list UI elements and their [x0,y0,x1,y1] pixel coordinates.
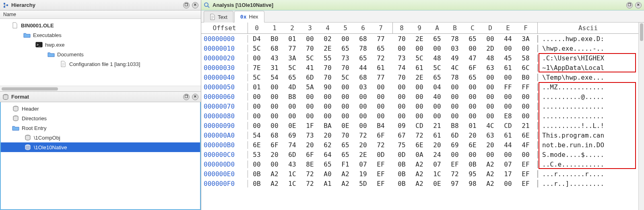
hex-byte: 00 [499,151,517,159]
hex-byte: A2 [336,170,354,178]
hex-body[interactable]: 00000000D4B0010002006877702E65786500443A… [201,34,638,188]
hex-byte: EF [517,180,535,187]
hierarchy-hscroll[interactable] [0,86,201,91]
hex-byte: 00 [411,93,428,101]
hierarchy-item[interactable]: Documents [0,49,201,59]
hex-row[interactable]: 000000405C54656D705C6877702E6578650000B0… [201,72,638,82]
hex-byte: 61 [428,132,446,139]
hex-row[interactable]: 000000307E315C417070446174615C4C6F63616C… [201,63,638,72]
hex-col-header: 7 [372,24,390,32]
hex-col-header: 2 [283,24,301,32]
hex-byte: 04 [428,83,446,91]
hex-row[interactable]: 000000B06E6F742062652072756E20696E20444F… [201,140,638,150]
hex-byte: 31 [266,64,283,72]
hex-ascii: \hwp.exe.....-.. [538,45,638,52]
doc-icon [210,14,215,20]
format-tree[interactable]: HeaderDirectoriesRoot Entry\1CompObj\1Ol… [1,102,200,209]
hex-row[interactable]: 0000007000000000000000000000000000000000… [201,101,638,111]
hex-byte: 48 [428,54,446,62]
tab-hex[interactable]: 0x Hex [234,11,264,23]
hex-row[interactable]: 0000009000000E1FBA0E00B409CD21B8014CCD21… [201,121,638,130]
format-item[interactable]: \1Ole10Native [1,142,200,152]
hex-byte: 73 [336,54,354,62]
tab-text[interactable]: Text [204,11,233,23]
ox-icon: 0x [240,14,247,20]
hex-byte: 68 [266,45,283,52]
hex-byte: 00 [319,112,336,120]
hex-byte: 0B [393,180,411,187]
hierarchy-item[interactable]: BIN0001.OLE [0,21,201,30]
hex-byte: 2E [411,74,428,81]
hex-byte: 00 [336,35,354,43]
hierarchy-item[interactable]: Configuration file 1 [lang:1033] [0,59,201,69]
popout-button[interactable] [183,94,190,100]
svg-text:>_: >_ [37,43,41,47]
hex-byte: 5C [336,74,354,81]
hex-row[interactable]: 00000000D4B0010002006877702E65786500443A… [201,34,638,43]
hex-byte: 65 [428,35,446,43]
close-button[interactable] [635,2,642,8]
hex-byte: 70 [301,45,319,52]
hex-byte: 49 [446,54,464,62]
hex-byte: 00 [301,112,319,120]
tab-text-label: Text [218,14,227,20]
hex-col-header: B [446,24,464,32]
hex-byte: 00 [428,45,446,52]
hex-byte: B0 [517,74,535,81]
hex-byte: 00 [354,93,372,101]
db-icon [24,144,31,150]
hex-row[interactable]: 000000600000B800000000000000400000000000… [201,92,638,101]
hierarchy-tree[interactable]: BIN0001.OLEExecutables>_hwp.exeDocuments… [0,19,201,86]
hex-byte: A2 [481,180,499,187]
exe-icon: >_ [35,41,43,48]
popout-button[interactable] [183,2,190,8]
hex-row[interactable]: 000000800000000000000000000000000000E800… [201,111,638,121]
format-item-label: Root Entry [22,125,46,131]
hex-byte: 21 [428,122,446,130]
hex-byte: 02 [319,35,336,43]
hex-byte: 1C [283,180,301,187]
hex-byte: 00 [411,103,428,110]
hex-byte: 44 [499,141,517,149]
close-button[interactable] [192,94,198,100]
hex-vscroll[interactable] [638,23,644,210]
hex-byte: 68 [354,74,372,81]
format-item[interactable]: Root Entry [1,123,200,133]
hex-byte: 00 [336,103,354,110]
format-item[interactable]: Directories [1,113,200,123]
hex-byte: 00 [499,45,517,52]
hex-byte: 0B [393,161,411,168]
format-item[interactable]: \1CompObj [1,133,200,142]
analysis-title: Analysis [\1Ole10Native] [213,2,273,8]
hex-byte: 70 [393,35,411,43]
folder-icon [47,51,55,58]
hex-row[interactable]: 000000F00BA21C72A1A25DEF0BA20E9798A200EF… [201,179,638,188]
hex-byte: 20 [481,141,499,149]
hex-byte: 00 [499,180,517,187]
hex-byte: 00 [464,151,481,159]
hex-byte: 00 [248,112,266,120]
hex-byte: 70 [336,132,354,139]
hex-row[interactable]: 000000C053206D6F64652E0D0D0A240000000000… [201,150,638,159]
close-button[interactable] [192,2,198,8]
hex-byte: FF [517,83,535,91]
name-column-header[interactable]: Name [0,10,201,19]
hex-byte: B4 [372,122,390,130]
hex-byte: 0E [428,180,446,187]
hex-byte: 2E [354,151,372,159]
hex-ascii: not.be.run.in.DO [538,141,638,149]
hex-row[interactable]: 000000A0546869732070726F6772616D2063616E… [201,130,638,140]
hex-row[interactable]: 000000E00BA21C72A0A219EF0BA21C7295A217EF… [201,169,638,179]
hex-row[interactable]: 0000002000433A5C55736572735C484947484558… [201,53,638,63]
hex-row[interactable]: 000000105C6877702E65786500000003002D0000… [201,43,638,53]
hex-row[interactable]: 000000D00000438E65F107EF0BA207EF0BA207EF… [201,159,638,169]
hex-byte: 69 [283,132,301,139]
hex-row[interactable]: 0000005001004D5A90000300000004000000FFFF… [201,82,638,92]
hex-offset: 00000050 [201,83,248,91]
hierarchy-item[interactable]: >_hwp.exe [0,40,201,49]
popout-button[interactable] [626,2,633,8]
hierarchy-item[interactable]: Executables [0,30,201,40]
format-item[interactable]: Header [1,104,200,113]
magnifier-icon [204,2,210,8]
hex-byte: 00 [266,112,283,120]
